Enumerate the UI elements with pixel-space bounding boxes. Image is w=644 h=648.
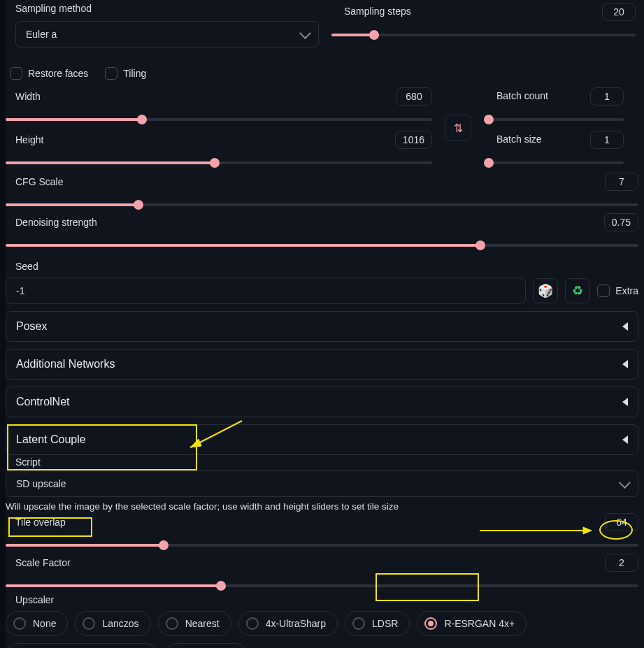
- accordion-controlnet[interactable]: ControlNet: [6, 387, 638, 417]
- height-label: Height: [6, 134, 43, 145]
- sampling-steps-value[interactable]: 20: [602, 3, 636, 21]
- denoising-slider[interactable]: [6, 244, 638, 247]
- denoising-value[interactable]: 0.75: [604, 213, 638, 231]
- tile-overlap-value[interactable]: 64: [605, 513, 638, 531]
- radio-icon: [166, 617, 178, 630]
- sampling-method-label: Sampling method: [15, 3, 319, 14]
- radio-icon: [246, 617, 259, 630]
- seed-input[interactable]: -1: [6, 278, 526, 304]
- restore-faces-label: Restore faces: [28, 68, 88, 79]
- script-help-text: Will upscale the image by the selected s…: [6, 501, 638, 512]
- swap-icon: ⇅: [454, 122, 463, 135]
- upscaler-option[interactable]: Lanczos: [75, 611, 150, 636]
- accordion-additional-networks-label: Additional Networks: [16, 358, 115, 370]
- checkbox-icon: [105, 67, 117, 80]
- seed-random-button[interactable]: 🎲: [533, 278, 558, 303]
- denoising-label: Denoising strength: [6, 217, 97, 228]
- width-label: Width: [6, 91, 41, 102]
- scale-factor-value[interactable]: 2: [605, 554, 638, 572]
- upscaler-option-label: R-ESRGAN 4x+: [444, 618, 515, 629]
- radio-icon: [424, 617, 437, 630]
- seed-label: Seed: [6, 261, 638, 272]
- upscaler-option-label: Lanczos: [102, 618, 138, 629]
- chevron-down-icon: [299, 27, 311, 39]
- upscaler-option-label: Nearest: [185, 618, 220, 629]
- scale-factor-label: Scale Factor: [6, 557, 71, 568]
- upscaler-option[interactable]: 4x-UltraSharp: [238, 611, 338, 636]
- left-edge-strip: [0, 0, 6, 648]
- script-dropdown[interactable]: SD upscale: [6, 470, 638, 497]
- cfg-scale-slider[interactable]: [6, 203, 638, 206]
- triangle-left-icon: [622, 435, 628, 444]
- height-slider[interactable]: [6, 161, 432, 164]
- sampling-method-dropdown[interactable]: Euler a: [15, 21, 319, 48]
- radio-icon: [83, 617, 95, 630]
- accordion-controlnet-label: ControlNet: [16, 396, 69, 408]
- triangle-left-icon: [622, 398, 628, 406]
- accordion-posex-label: Posex: [16, 320, 47, 333]
- batch-count-slider[interactable]: [484, 118, 624, 121]
- swap-dimensions-button[interactable]: ⇅: [445, 115, 471, 141]
- restore-faces-checkbox[interactable]: Restore faces: [10, 67, 88, 80]
- recycle-icon: ♻: [572, 283, 583, 298]
- seed-extra-label: Extra: [615, 285, 638, 296]
- sampling-method-value: Euler a: [26, 29, 57, 40]
- checkbox-icon: [597, 285, 610, 297]
- batch-count-label: Batch count: [484, 90, 548, 101]
- tiling-label: Tiling: [123, 68, 146, 79]
- upscaler-option[interactable]: SwinIR 4x: [164, 643, 248, 648]
- batch-size-value[interactable]: 1: [590, 131, 624, 149]
- batch-size-label: Batch size: [484, 134, 542, 145]
- width-value[interactable]: 680: [396, 87, 432, 106]
- upscaler-option[interactable]: None: [6, 611, 68, 636]
- accordion-additional-networks[interactable]: Additional Networks: [6, 349, 638, 380]
- upscaler-option-label: 4x-UltraSharp: [266, 618, 326, 629]
- cfg-scale-value[interactable]: 7: [605, 173, 638, 191]
- upscaler-option-label: None: [33, 618, 56, 629]
- tile-overlap-label: Tile overlap: [6, 517, 66, 528]
- upscaler-option-label: LDSR: [372, 618, 398, 629]
- checkbox-icon: [10, 67, 22, 80]
- accordion-latent-couple[interactable]: Latent Couple: [6, 424, 638, 455]
- height-value[interactable]: 1016: [395, 131, 432, 149]
- upscaler-option[interactable]: LDSR: [345, 611, 410, 636]
- width-slider[interactable]: [6, 118, 432, 121]
- script-label: Script: [6, 456, 638, 468]
- radio-icon: [13, 617, 26, 630]
- upscaler-option[interactable]: R-ESRGAN 4x+ Anime6B: [6, 643, 157, 648]
- accordion-latent-couple-label: Latent Couple: [16, 433, 86, 446]
- triangle-left-icon: [622, 322, 628, 331]
- upscaler-option[interactable]: Nearest: [158, 611, 231, 636]
- triangle-left-icon: [622, 360, 628, 368]
- tiling-checkbox[interactable]: Tiling: [105, 67, 146, 80]
- cfg-scale-label: CFG Scale: [6, 176, 63, 187]
- dice-icon: 🎲: [538, 283, 553, 298]
- seed-extra-checkbox[interactable]: Extra: [597, 285, 638, 297]
- radio-icon: [352, 617, 365, 630]
- upscaler-radio-group: NoneLanczosNearest4x-UltraSharpLDSRR-ESR…: [6, 611, 638, 648]
- tile-overlap-slider[interactable]: [6, 544, 638, 547]
- sampling-steps-slider[interactable]: [331, 34, 636, 36]
- chevron-down-icon: [619, 477, 631, 489]
- accordion-posex[interactable]: Posex: [6, 311, 638, 342]
- batch-size-slider[interactable]: [484, 161, 624, 164]
- upscaler-option[interactable]: R-ESRGAN 4x+: [417, 611, 527, 636]
- script-value: SD upscale: [16, 478, 66, 489]
- upscaler-label: Upscaler: [6, 594, 638, 605]
- sampling-steps-label: Sampling steps: [344, 6, 411, 17]
- seed-reuse-button[interactable]: ♻: [565, 278, 590, 303]
- batch-count-value[interactable]: 1: [590, 87, 624, 106]
- scale-factor-slider[interactable]: [6, 584, 638, 587]
